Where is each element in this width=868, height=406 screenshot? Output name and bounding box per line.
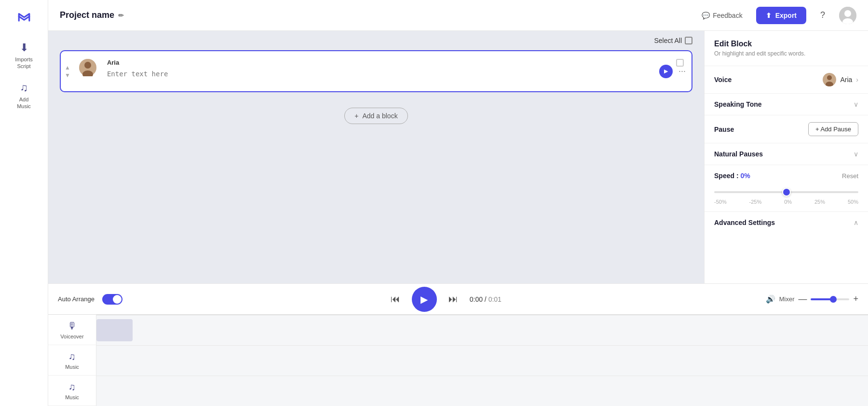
auto-arrange-label: Auto Arrange xyxy=(58,295,95,303)
app-logo[interactable] xyxy=(13,5,36,28)
script-editor: Select All ▲ ▼ xyxy=(48,31,704,283)
speed-reset-button[interactable]: Reset xyxy=(842,172,858,180)
music2-track-label: Music xyxy=(65,394,79,400)
music2-track-row xyxy=(96,376,868,406)
edit-project-name-icon[interactable]: ✏ xyxy=(118,12,124,19)
sidebar: ⬇ Imports Script ♫ Add Music xyxy=(0,0,48,406)
voiceover-track-icon: 🎙 xyxy=(68,321,77,332)
natural-pauses-row[interactable]: Natural Pauses ∨ xyxy=(705,143,868,165)
track-label-voiceover[interactable]: 🎙 Voiceover xyxy=(48,315,96,345)
voice-avatar xyxy=(823,73,836,86)
voiceover-clip[interactable] xyxy=(96,319,133,341)
voice-name: Aria xyxy=(840,76,852,84)
add-pause-button[interactable]: + Add Pause xyxy=(808,122,858,136)
help-button[interactable]: ? xyxy=(814,7,831,24)
add-block-label: Add a block xyxy=(363,112,398,120)
blocks-area: ▲ ▼ Aria ▶ ··· xyxy=(48,50,704,283)
zoom-in-button[interactable]: + xyxy=(853,294,858,304)
speed-tick-plus25: 25% xyxy=(814,199,825,205)
natural-pauses-label: Natural Pauses xyxy=(714,150,763,158)
select-all-checkbox[interactable] xyxy=(685,37,692,44)
sidebar-item-add-music[interactable]: ♫ Add Music xyxy=(0,76,48,116)
music1-track-label: Music xyxy=(65,364,79,370)
speed-section: Speed : 0% Reset -50% -25% 0% 25% 50% xyxy=(705,165,868,212)
block-more-button[interactable]: ··· xyxy=(678,66,686,76)
export-button[interactable]: ⬆ Export xyxy=(756,7,806,24)
speed-value: 0% xyxy=(740,172,750,180)
speaking-tone-chevron-icon: ∨ xyxy=(854,100,858,108)
block-avatar-area xyxy=(74,51,101,91)
select-all-label[interactable]: Select All xyxy=(654,37,692,44)
export-label: Export xyxy=(775,12,797,19)
block-text-input[interactable] xyxy=(107,70,648,82)
select-all-text: Select All xyxy=(654,37,682,44)
block-play-button[interactable]: ▶ xyxy=(659,65,673,78)
feedback-label: Feedback xyxy=(713,12,742,19)
content-wrapper: Select All ▲ ▼ xyxy=(48,31,868,283)
chevron-up-icon[interactable]: ▲ xyxy=(65,65,70,70)
voice-chevron-icon: › xyxy=(856,76,858,84)
chevron-down-icon-block[interactable]: ▼ xyxy=(65,72,70,78)
feedback-button[interactable]: 💬 Feedback xyxy=(696,9,748,22)
timeline-track-labels: 🎙 Voiceover ♫ Music ♫ Music xyxy=(48,315,96,406)
advanced-settings-chevron-icon: ∧ xyxy=(854,219,858,226)
volume-section: 🔊 Mixer — + xyxy=(766,294,858,304)
advanced-settings-label: Advanced Settings xyxy=(714,219,775,226)
block-checkbox[interactable] xyxy=(676,59,684,67)
speaker-avatar xyxy=(79,59,96,76)
speed-header: Speed : 0% Reset xyxy=(714,172,858,180)
auto-arrange-toggle[interactable] xyxy=(102,294,122,305)
edit-block-section: Edit Block Or highlight and edit specifi… xyxy=(705,31,868,66)
track-label-music2[interactable]: ♫ Music xyxy=(48,376,96,406)
skip-back-button[interactable]: ⏮ xyxy=(387,291,404,308)
sidebar-item-imports-script[interactable]: ⬇ Imports Script xyxy=(0,36,48,76)
speed-slider[interactable] xyxy=(714,191,858,193)
mixer-label: Mixer xyxy=(779,295,795,303)
block-actions: ▶ ··· xyxy=(653,51,692,91)
voiceover-track-row xyxy=(96,315,868,346)
speed-tick-minus50: -50% xyxy=(714,199,727,205)
speed-label: Speed : 0% xyxy=(714,172,750,180)
volume-slider[interactable] xyxy=(811,298,849,300)
header: Project name ✏ 💬 Feedback ⬆ Export ? xyxy=(48,0,868,31)
block-card: ▲ ▼ Aria ▶ ··· xyxy=(60,50,692,92)
editor-toolbar: Select All xyxy=(48,31,704,50)
edit-block-subtitle: Or highlight and edit specific words. xyxy=(714,50,858,57)
speed-label-text: Speed xyxy=(714,172,734,180)
time-display: 0:00 / 0:01 xyxy=(470,295,502,303)
add-block-button[interactable]: + Add a block xyxy=(344,108,407,124)
project-name-group: Project name ✏ xyxy=(60,10,688,20)
voice-label: Voice xyxy=(714,76,732,84)
natural-pauses-chevron-icon: ∨ xyxy=(854,150,858,158)
music1-track-row xyxy=(96,346,868,376)
speed-tick-plus50: 50% xyxy=(848,199,858,205)
user-avatar[interactable] xyxy=(839,7,856,24)
advanced-settings-row[interactable]: Advanced Settings ∧ xyxy=(705,212,868,233)
sidebar-item-label: Add Music xyxy=(17,96,31,110)
block-content: Aria xyxy=(101,51,653,91)
add-pause-label: + Add Pause xyxy=(815,126,851,133)
speed-ticks: -50% -25% 0% 25% 50% xyxy=(714,199,858,205)
skip-forward-button[interactable]: ⏭ xyxy=(445,291,462,308)
add-block-plus-icon: + xyxy=(354,112,358,120)
speed-slider-wrap xyxy=(714,186,858,195)
main-area: Project name ✏ 💬 Feedback ⬆ Export ? xyxy=(48,0,868,406)
mixer-icon: 🔊 xyxy=(766,294,775,304)
sidebar-item-label: Imports Script xyxy=(15,56,33,70)
block-reorder[interactable]: ▲ ▼ xyxy=(61,51,74,91)
play-pause-button[interactable]: ▶ xyxy=(412,287,437,312)
right-panel: Edit Block Or highlight and edit specifi… xyxy=(704,31,868,283)
speed-tick-0: 0% xyxy=(784,199,792,205)
zoom-out-button[interactable]: — xyxy=(798,294,807,304)
voiceover-track-label: Voiceover xyxy=(60,334,83,339)
voice-row[interactable]: Voice Aria › xyxy=(705,66,868,94)
speaking-tone-row[interactable]: Speaking Tone ∨ xyxy=(705,94,868,115)
time-current: 0:00 xyxy=(470,295,483,303)
speed-tick-minus25: -25% xyxy=(749,199,762,205)
timeline-tracks-content xyxy=(96,315,868,406)
track-label-music1[interactable]: ♫ Music xyxy=(48,345,96,376)
edit-block-title: Edit Block xyxy=(714,40,858,48)
music2-track-icon: ♫ xyxy=(68,381,76,392)
time-separator: / xyxy=(485,295,488,303)
export-icon: ⬆ xyxy=(766,12,772,19)
